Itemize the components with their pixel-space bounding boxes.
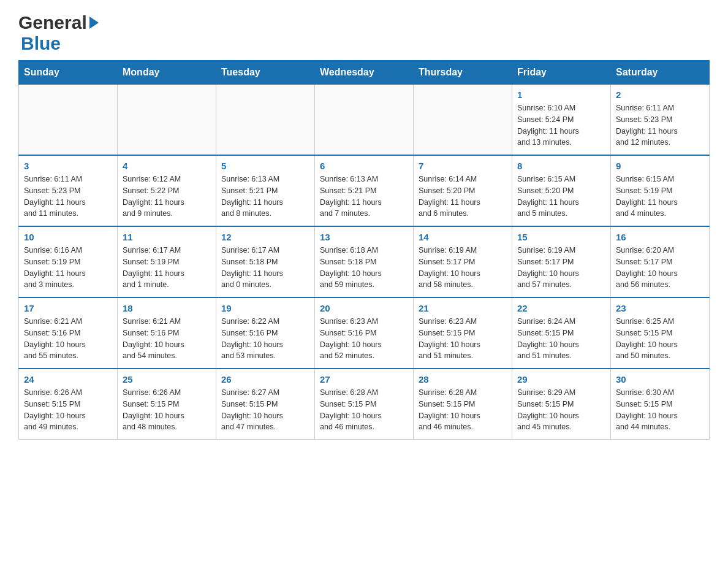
calendar-cell: 1Sunrise: 6:10 AM Sunset: 5:24 PM Daylig… [512,85,611,156]
day-number: 16 [616,232,704,242]
day-number: 17 [24,303,112,313]
weekday-header-sunday: Sunday [19,61,118,85]
weekday-header-tuesday: Tuesday [216,61,315,85]
weekday-header-row: SundayMondayTuesdayWednesdayThursdayFrid… [19,61,710,85]
weekday-header-friday: Friday [512,61,611,85]
day-info: Sunrise: 6:15 AM Sunset: 5:20 PM Dayligh… [517,174,605,220]
day-info: Sunrise: 6:17 AM Sunset: 5:19 PM Dayligh… [123,245,211,291]
calendar-cell: 13Sunrise: 6:18 AM Sunset: 5:18 PM Dayli… [315,226,414,297]
day-info: Sunrise: 6:21 AM Sunset: 5:16 PM Dayligh… [123,316,211,362]
calendar-cell: 15Sunrise: 6:19 AM Sunset: 5:17 PM Dayli… [512,226,611,297]
calendar-cell: 22Sunrise: 6:24 AM Sunset: 5:15 PM Dayli… [512,297,611,369]
calendar-cell: 27Sunrise: 6:28 AM Sunset: 5:15 PM Dayli… [315,369,414,440]
day-number: 7 [419,161,507,171]
calendar-cell: 25Sunrise: 6:26 AM Sunset: 5:15 PM Dayli… [118,369,216,440]
weekday-header-wednesday: Wednesday [315,61,414,85]
weekday-header-thursday: Thursday [414,61,512,85]
day-number: 8 [517,161,605,171]
calendar-cell: 11Sunrise: 6:17 AM Sunset: 5:19 PM Dayli… [118,226,216,297]
calendar-cell: 26Sunrise: 6:27 AM Sunset: 5:15 PM Dayli… [216,369,315,440]
day-number: 5 [221,161,309,171]
calendar-cell: 24Sunrise: 6:26 AM Sunset: 5:15 PM Dayli… [19,369,118,440]
day-info: Sunrise: 6:29 AM Sunset: 5:15 PM Dayligh… [517,387,605,433]
calendar-cell: 2Sunrise: 6:11 AM Sunset: 5:23 PM Daylig… [611,85,710,156]
day-number: 19 [221,303,309,313]
day-info: Sunrise: 6:23 AM Sunset: 5:16 PM Dayligh… [320,316,408,362]
day-number: 26 [221,374,309,385]
day-info: Sunrise: 6:13 AM Sunset: 5:21 PM Dayligh… [320,174,408,220]
calendar-cell: 30Sunrise: 6:30 AM Sunset: 5:15 PM Dayli… [611,369,710,440]
day-number: 18 [123,303,211,313]
day-number: 2 [616,90,704,100]
calendar-cell: 4Sunrise: 6:12 AM Sunset: 5:22 PM Daylig… [118,155,216,226]
logo-blue: Blue [21,33,61,53]
calendar-week-row: 24Sunrise: 6:26 AM Sunset: 5:15 PM Dayli… [19,369,710,440]
day-info: Sunrise: 6:21 AM Sunset: 5:16 PM Dayligh… [24,316,112,362]
calendar-cell: 9Sunrise: 6:15 AM Sunset: 5:19 PM Daylig… [611,155,710,226]
day-info: Sunrise: 6:19 AM Sunset: 5:17 PM Dayligh… [517,245,605,291]
day-info: Sunrise: 6:13 AM Sunset: 5:21 PM Dayligh… [221,174,309,220]
calendar-cell: 16Sunrise: 6:20 AM Sunset: 5:17 PM Dayli… [611,226,710,297]
day-info: Sunrise: 6:28 AM Sunset: 5:15 PM Dayligh… [320,387,408,433]
calendar-cell: 6Sunrise: 6:13 AM Sunset: 5:21 PM Daylig… [315,155,414,226]
calendar-cell: 21Sunrise: 6:23 AM Sunset: 5:15 PM Dayli… [414,297,512,369]
day-number: 6 [320,161,408,171]
calendar-cell: 29Sunrise: 6:29 AM Sunset: 5:15 PM Dayli… [512,369,611,440]
day-number: 15 [517,232,605,242]
calendar-cell: 28Sunrise: 6:28 AM Sunset: 5:15 PM Dayli… [414,369,512,440]
day-number: 9 [616,161,704,171]
day-number: 25 [123,374,211,385]
day-info: Sunrise: 6:22 AM Sunset: 5:16 PM Dayligh… [221,316,309,362]
calendar-week-row: 1Sunrise: 6:10 AM Sunset: 5:24 PM Daylig… [19,85,710,156]
calendar-table: SundayMondayTuesdayWednesdayThursdayFrid… [18,60,710,440]
day-number: 30 [616,374,704,385]
day-info: Sunrise: 6:17 AM Sunset: 5:18 PM Dayligh… [221,245,309,291]
day-info: Sunrise: 6:14 AM Sunset: 5:20 PM Dayligh… [419,174,507,220]
calendar-cell: 23Sunrise: 6:25 AM Sunset: 5:15 PM Dayli… [611,297,710,369]
day-info: Sunrise: 6:18 AM Sunset: 5:18 PM Dayligh… [320,245,408,291]
day-number: 10 [24,232,112,242]
day-number: 24 [24,374,112,385]
day-info: Sunrise: 6:11 AM Sunset: 5:23 PM Dayligh… [24,174,112,220]
day-number: 13 [320,232,408,242]
day-info: Sunrise: 6:19 AM Sunset: 5:17 PM Dayligh… [419,245,507,291]
calendar-cell: 3Sunrise: 6:11 AM Sunset: 5:23 PM Daylig… [19,155,118,226]
day-number: 27 [320,374,408,385]
calendar-cell [216,85,315,156]
calendar-cell: 19Sunrise: 6:22 AM Sunset: 5:16 PM Dayli… [216,297,315,369]
logo: General Blue [18,12,100,54]
calendar-week-row: 10Sunrise: 6:16 AM Sunset: 5:19 PM Dayli… [19,226,710,297]
day-info: Sunrise: 6:26 AM Sunset: 5:15 PM Dayligh… [24,387,112,433]
calendar-week-row: 3Sunrise: 6:11 AM Sunset: 5:23 PM Daylig… [19,155,710,226]
calendar-cell [315,85,414,156]
calendar-cell: 17Sunrise: 6:21 AM Sunset: 5:16 PM Dayli… [19,297,118,369]
page-header: General Blue [18,12,710,54]
calendar-cell [19,85,118,156]
calendar-cell: 20Sunrise: 6:23 AM Sunset: 5:16 PM Dayli… [315,297,414,369]
day-number: 28 [419,374,507,385]
logo-general: General [18,12,87,33]
day-info: Sunrise: 6:24 AM Sunset: 5:15 PM Dayligh… [517,316,605,362]
day-number: 23 [616,303,704,313]
day-number: 4 [123,161,211,171]
day-info: Sunrise: 6:12 AM Sunset: 5:22 PM Dayligh… [123,174,211,220]
calendar-cell: 14Sunrise: 6:19 AM Sunset: 5:17 PM Dayli… [414,226,512,297]
calendar-cell: 5Sunrise: 6:13 AM Sunset: 5:21 PM Daylig… [216,155,315,226]
calendar-cell: 7Sunrise: 6:14 AM Sunset: 5:20 PM Daylig… [414,155,512,226]
day-number: 3 [24,161,112,171]
weekday-header-saturday: Saturday [611,61,710,85]
weekday-header-monday: Monday [118,61,216,85]
day-number: 29 [517,374,605,385]
day-info: Sunrise: 6:20 AM Sunset: 5:17 PM Dayligh… [616,245,704,291]
day-number: 11 [123,232,211,242]
calendar-week-row: 17Sunrise: 6:21 AM Sunset: 5:16 PM Dayli… [19,297,710,369]
calendar-cell: 18Sunrise: 6:21 AM Sunset: 5:16 PM Dayli… [118,297,216,369]
calendar-cell: 8Sunrise: 6:15 AM Sunset: 5:20 PM Daylig… [512,155,611,226]
day-info: Sunrise: 6:28 AM Sunset: 5:15 PM Dayligh… [419,387,507,433]
calendar-cell [118,85,216,156]
day-number: 21 [419,303,507,313]
day-info: Sunrise: 6:16 AM Sunset: 5:19 PM Dayligh… [24,245,112,291]
calendar-cell: 10Sunrise: 6:16 AM Sunset: 5:19 PM Dayli… [19,226,118,297]
calendar-cell [414,85,512,156]
day-number: 14 [419,232,507,242]
